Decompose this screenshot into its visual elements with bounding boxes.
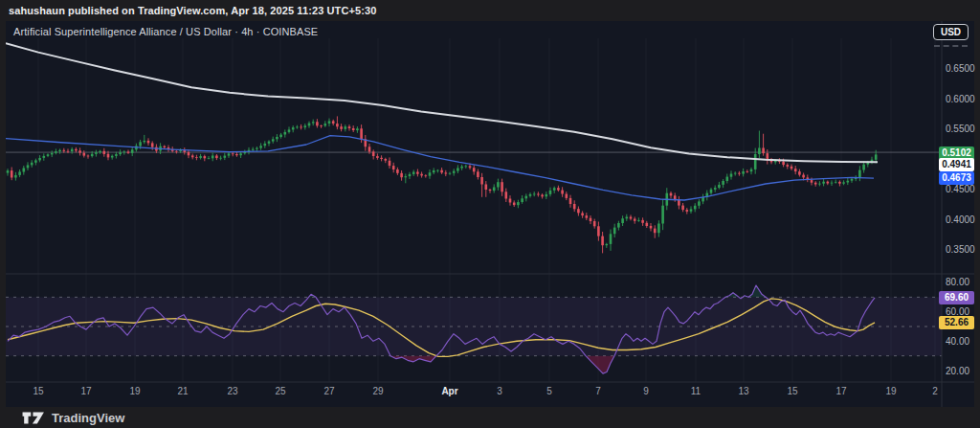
candle-body xyxy=(284,132,287,135)
candle-body xyxy=(409,174,412,176)
candle-body xyxy=(376,156,379,158)
time-tick-label: 17 xyxy=(74,386,99,396)
time-tick-label: 25 xyxy=(268,386,293,396)
candle-body xyxy=(791,167,793,169)
candle-body xyxy=(698,201,701,205)
candle-body xyxy=(412,172,415,174)
candle-body xyxy=(597,226,600,236)
candle-body xyxy=(590,218,592,221)
candle-body xyxy=(147,141,150,144)
candle-body xyxy=(573,204,576,209)
candle-body xyxy=(436,170,439,171)
candle-body xyxy=(610,234,612,244)
candle-body xyxy=(276,137,278,139)
candle-body xyxy=(661,206,664,224)
candle-body xyxy=(754,154,757,169)
time-tick-label: 19 xyxy=(122,386,147,396)
currency-toggle-button[interactable]: USD xyxy=(933,24,969,40)
candle-body xyxy=(324,124,327,125)
candle-body xyxy=(818,184,821,185)
candle-body xyxy=(521,198,523,202)
candle-body xyxy=(875,154,878,159)
candle-body xyxy=(561,191,564,194)
candle-body xyxy=(657,224,660,234)
candle-body xyxy=(188,152,190,155)
candle-body xyxy=(533,194,536,195)
candle-body xyxy=(199,156,202,158)
candle-body xyxy=(204,156,207,158)
time-tick-label: 9 xyxy=(634,386,658,396)
candle-body xyxy=(460,167,463,169)
candle-body xyxy=(501,182,503,191)
candle-body xyxy=(288,129,291,132)
time-tick-label: 17 xyxy=(829,386,854,396)
tradingview-logo xyxy=(22,410,45,426)
candle-body xyxy=(831,183,834,184)
chart-widget[interactable]: Artificial Superintelligence Alliance / … xyxy=(6,21,974,407)
candle-body xyxy=(617,223,620,228)
price-tick-label: 0.6500 xyxy=(946,63,975,74)
candle-body xyxy=(95,152,98,154)
candlestick-series xyxy=(7,116,878,253)
candle-body xyxy=(111,156,114,158)
candle-body xyxy=(730,174,733,177)
candle-body xyxy=(215,156,218,159)
time-tick-label: 21 xyxy=(170,386,195,396)
candle-body xyxy=(368,146,371,151)
candle-body xyxy=(7,170,10,173)
candle-body xyxy=(27,165,30,168)
candle-body xyxy=(43,156,46,158)
candle-body xyxy=(449,173,452,174)
candle-body xyxy=(67,151,70,152)
candle-body xyxy=(546,194,548,196)
time-tick-label: 23 xyxy=(220,386,245,396)
candle-body xyxy=(420,174,423,176)
time-tick-label: 15 xyxy=(26,386,51,396)
candle-body xyxy=(131,149,134,153)
candle-body xyxy=(312,122,315,123)
candle-body xyxy=(862,165,865,170)
candle-body xyxy=(252,149,255,150)
candle-body xyxy=(175,151,178,152)
screenshot-root: sahushaun published on TradingView.com, … xyxy=(0,0,980,428)
price-tick-label: 0.4500 xyxy=(946,184,975,194)
candle-body xyxy=(457,169,459,171)
candle-body xyxy=(279,135,282,137)
candle-body xyxy=(380,158,383,159)
candle-body xyxy=(123,152,126,153)
candle-body xyxy=(654,229,657,234)
chart-canvas[interactable] xyxy=(6,21,974,407)
candle-body xyxy=(722,181,724,185)
candle-body xyxy=(621,218,624,223)
candle-body xyxy=(489,190,492,191)
candle-body xyxy=(569,198,572,204)
candle-body xyxy=(208,158,211,159)
candle-body xyxy=(360,128,363,139)
candle-body xyxy=(308,124,311,126)
candle-body xyxy=(336,124,339,126)
candle-body xyxy=(99,151,101,152)
candle-body xyxy=(191,155,194,157)
candle-body xyxy=(509,199,512,203)
candle-body xyxy=(11,170,13,177)
candle-body xyxy=(75,149,78,151)
candle-body xyxy=(228,153,231,155)
time-tick-label: 5 xyxy=(537,386,562,396)
candle-body xyxy=(235,154,238,155)
candle-body xyxy=(83,153,86,156)
ma-white-value-badge: 0.4941 xyxy=(939,158,974,171)
candle-body xyxy=(794,169,797,171)
candle-body xyxy=(858,170,861,178)
candle-body xyxy=(164,146,167,147)
candle-body xyxy=(827,182,830,184)
candle-body xyxy=(396,169,399,173)
candle-body xyxy=(798,171,801,175)
price-tick-label: 0.6000 xyxy=(946,94,975,104)
candle-body xyxy=(296,127,299,128)
time-tick-label: 19 xyxy=(879,386,903,396)
candle-body xyxy=(802,175,805,178)
candle-body xyxy=(34,160,37,162)
chart-title: Artificial Superintelligence Alliance / … xyxy=(13,26,318,37)
candle-body xyxy=(787,165,790,167)
candle-body xyxy=(78,150,81,152)
